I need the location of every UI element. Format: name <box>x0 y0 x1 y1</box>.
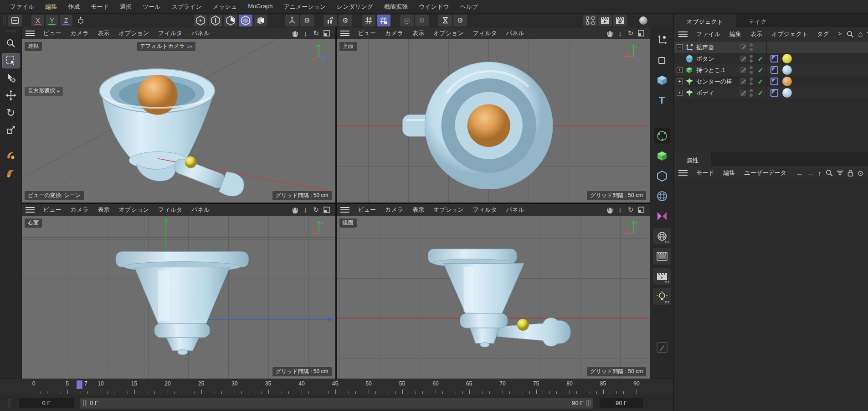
light-st-button[interactable]: ST <box>653 288 671 305</box>
viewport-menu-item-パネル[interactable]: パネル <box>187 28 214 38</box>
menu-item-レンダリング[interactable]: レンダリング <box>331 1 379 12</box>
viewport-menu-item-ビュー[interactable]: ビュー <box>39 28 66 38</box>
om-menu-item-ファイル[interactable]: ファイル <box>692 29 725 39</box>
hamburger-icon[interactable] <box>678 170 688 176</box>
expander-icon[interactable]: + <box>677 78 683 84</box>
green-cube-generator-button[interactable] <box>653 148 671 164</box>
record-button[interactable]: ◎ <box>400 15 414 26</box>
rotate-view-icon[interactable]: ↻ <box>311 205 321 214</box>
render-region-button[interactable] <box>583 15 597 26</box>
menu-item-ツール[interactable]: ツール <box>137 1 166 12</box>
menu-item-メッシュ[interactable]: メッシュ <box>207 1 242 12</box>
dolly-icon[interactable]: ↕ <box>301 205 311 214</box>
expander-icon[interactable]: + <box>677 67 683 73</box>
attr-menu-item-モード[interactable]: モード <box>692 168 719 178</box>
object-row-センターの棒[interactable]: +センターの棒✓ <box>674 76 868 87</box>
tab-objects[interactable]: オブジェクト <box>674 14 736 27</box>
polygons-mode-button[interactable] <box>224 15 237 26</box>
layout-icon[interactable] <box>8 15 22 26</box>
viewport-menu-item-表示[interactable]: 表示 <box>93 205 114 215</box>
menu-item-ヘルプ[interactable]: ヘルプ <box>455 1 484 12</box>
dolly-icon[interactable]: ↕ <box>301 29 311 38</box>
material-thumbnail[interactable] <box>782 88 792 98</box>
hamburger-icon[interactable] <box>678 31 688 37</box>
om-menu-item-タグ[interactable]: タグ <box>812 29 834 39</box>
enable-check-icon[interactable]: ✓ <box>756 78 765 86</box>
pan-hand-icon[interactable] <box>605 205 615 214</box>
range-end-handle[interactable]: 90 F <box>572 400 591 406</box>
object-name[interactable]: 持つとこ.1 <box>696 66 740 74</box>
viewport-menu-item-オプション[interactable]: オプション <box>114 205 154 215</box>
home-icon[interactable]: ⌂ <box>858 30 863 39</box>
column-divider[interactable] <box>759 99 759 152</box>
menu-item-MoGraph[interactable]: MoGraph <box>242 1 278 12</box>
record-settings-gear-button[interactable]: ⚙ <box>415 15 429 26</box>
end-frame-field[interactable]: 90 F <box>600 398 643 408</box>
current-frame-field[interactable]: 0 F <box>19 398 74 408</box>
menu-item-スプライン[interactable]: スプライン <box>166 1 207 12</box>
pan-hand-icon[interactable] <box>290 29 300 38</box>
material-thumbnail[interactable] <box>782 54 792 63</box>
om-menu-item-表示[interactable]: 表示 <box>746 29 767 39</box>
coordinate-system-button[interactable] <box>74 15 87 26</box>
grid-toggle-button[interactable] <box>362 15 375 26</box>
lock-z-axis-button[interactable]: Z <box>60 15 72 26</box>
viewport-menu-item-カメラ[interactable]: カメラ <box>66 28 93 38</box>
material-thumbnail[interactable] <box>782 65 792 75</box>
wire-sphere-button[interactable] <box>653 188 671 204</box>
clapper-st-button[interactable]: ST <box>653 268 671 285</box>
menu-item-アニメーション[interactable]: アニメーション <box>278 1 331 12</box>
preview-range-slider[interactable]: 0 F 90 F <box>80 398 593 409</box>
viewport-menu-item-パネル[interactable]: パネル <box>187 205 214 215</box>
material-thumbnail[interactable] <box>782 77 792 86</box>
viewport-canvas-top[interactable]: YX 上面 グリッド間隔 : 50 cm <box>337 39 650 203</box>
search-tool-button[interactable] <box>2 36 20 51</box>
layer-toggle-icon[interactable] <box>740 67 746 73</box>
target-icon[interactable]: ⊙ <box>858 169 863 177</box>
symmetry-button[interactable]: ⋈ <box>438 15 452 26</box>
object-name[interactable]: ボタン <box>696 55 740 63</box>
rotate-view-icon[interactable]: ↻ <box>626 29 636 38</box>
viewport-menu-item-パネル[interactable]: パネル <box>502 28 529 38</box>
object-name[interactable]: センターの棒 <box>696 78 740 86</box>
pan-hand-icon[interactable] <box>605 29 615 38</box>
history-forward-icon[interactable]: → <box>807 169 814 177</box>
rotate-view-icon[interactable]: ↻ <box>626 205 636 214</box>
dolly-icon[interactable]: ↕ <box>615 205 625 214</box>
render-view-button[interactable] <box>598 15 612 26</box>
hexagon-generator-button[interactable] <box>653 168 671 184</box>
viewport-menu-item-カメラ[interactable]: カメラ <box>380 205 408 215</box>
visibility-dots[interactable] <box>749 66 753 74</box>
timeline-playhead[interactable] <box>77 380 82 389</box>
hamburger-icon[interactable] <box>26 207 35 213</box>
toolbar-grip[interactable] <box>3 16 6 25</box>
symmetry-settings-gear-button[interactable]: ⚙ <box>453 15 467 26</box>
expander-icon[interactable]: − <box>677 44 683 50</box>
lock-icon[interactable] <box>847 170 853 177</box>
timeline-ruler[interactable]: 0510152025303540455055606570758085907 <box>22 379 647 395</box>
phong-tag-icon[interactable] <box>770 78 778 85</box>
subdivision-surface-button[interactable] <box>653 128 671 144</box>
viewport-menu-item-フィルタ[interactable]: フィルタ <box>154 205 187 215</box>
phong-tag-icon[interactable] <box>770 89 778 97</box>
search-icon[interactable] <box>826 169 833 177</box>
viewport-menu-item-パネル[interactable]: パネル <box>502 205 529 215</box>
snap-settings-gear-button[interactable]: ⚙ <box>339 15 352 26</box>
quantize-toggle-button[interactable] <box>377 15 390 26</box>
maximize-view-icon[interactable] <box>322 29 332 38</box>
parent-up-icon[interactable]: ↑ <box>818 169 822 177</box>
tool-preset-1-button[interactable] <box>2 148 20 163</box>
timeline[interactable]: 0510152025303540455055606570758085907 <box>0 379 673 395</box>
snap-toggle-button[interactable] <box>324 15 337 26</box>
palette-grip[interactable] <box>5 29 16 33</box>
phong-tag-icon[interactable] <box>770 66 778 74</box>
object-row-拡声器[interactable]: −拡声器 <box>674 42 868 53</box>
points-mode-button[interactable] <box>194 15 207 26</box>
maximize-view-icon[interactable] <box>636 205 646 214</box>
visibility-dots[interactable] <box>749 78 753 85</box>
expander-icon[interactable]: + <box>677 90 683 96</box>
rotate-tool-button[interactable]: ↻ <box>2 105 20 120</box>
om-menu-item->[interactable]: > <box>834 29 847 39</box>
render-settings-button[interactable] <box>613 15 627 26</box>
axis-modify-button[interactable] <box>285 15 299 26</box>
